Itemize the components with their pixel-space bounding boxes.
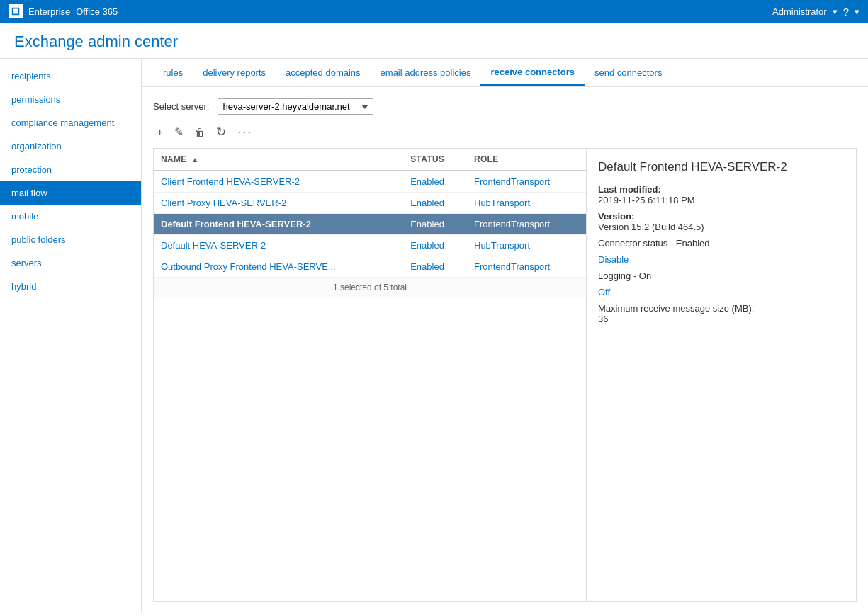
sidebar-item-permissions[interactable]: permissions — [0, 88, 141, 111]
detail-disable-link[interactable]: Disable — [598, 254, 629, 265]
refresh-button[interactable]: ↻ — [213, 123, 230, 141]
cell-role: FrontendTransport — [467, 214, 586, 235]
topbar-app-name2: Office 365 — [76, 6, 118, 17]
detail-version-label: Version: — [598, 211, 634, 222]
detail-title: Default Frontend HEVA-SERVER-2 — [598, 160, 845, 174]
server-select-label: Select server: — [153, 101, 209, 112]
topbar-help[interactable]: ? — [843, 6, 849, 18]
cell-role: HubTransport — [467, 193, 586, 214]
col-name-label: NAME — [161, 154, 187, 164]
table-header: NAME ▲ STATUS ROLE — [154, 149, 586, 171]
svg-rect-1 — [13, 9, 18, 14]
col-status-label: STATUS — [410, 154, 444, 164]
cell-name: Client Proxy HEVA-SERVER-2 — [154, 193, 403, 214]
detail-max-size-label: Maximum receive message size (MB): — [598, 303, 754, 314]
col-role-label: ROLE — [474, 154, 499, 164]
subnav-item-accepted-domains[interactable]: accepted domains — [276, 60, 371, 85]
layout: recipientspermissionscompliance manageme… — [0, 59, 868, 613]
detail-logging-label: Logging - On — [598, 270, 651, 281]
sidebar-item-mobile[interactable]: mobile — [0, 205, 141, 228]
topbar-left: Enterprise Office 365 — [9, 4, 118, 18]
page-header: Exchange admin center — [0, 23, 868, 59]
sidebar: recipientspermissionscompliance manageme… — [0, 59, 142, 613]
detail-logging: Logging - On — [598, 270, 845, 281]
cell-name: Outbound Proxy Frontend HEVA-SERVE... — [154, 256, 403, 278]
table-row[interactable]: Default Frontend HEVA-SERVER-2EnabledFro… — [154, 214, 586, 235]
cell-name: Client Frontend HEVA-SERVER-2 — [154, 171, 403, 193]
sort-arrow-name: ▲ — [191, 156, 198, 164]
cell-name: Default Frontend HEVA-SERVER-2 — [154, 214, 403, 235]
cell-status: Enabled — [403, 193, 467, 214]
connector-name-link[interactable]: Client Proxy HEVA-SERVER-2 — [161, 198, 286, 208]
table-detail-container: NAME ▲ STATUS ROLE — [153, 148, 857, 602]
sidebar-item-recipients[interactable]: recipients — [0, 64, 141, 88]
detail-off-link[interactable]: Off — [598, 287, 610, 297]
detail-max-size-value: 36 — [598, 314, 608, 324]
connectors-table: NAME ▲ STATUS ROLE — [154, 149, 586, 278]
topbar-user[interactable]: Administrator — [772, 6, 827, 17]
detail-last-modified-value: 2019-11-25 6:11:18 PM — [598, 195, 695, 205]
detail-pane: Default Frontend HEVA-SERVER-2 Last modi… — [587, 149, 856, 601]
detail-off-row: Off — [598, 287, 845, 297]
table-header-row: NAME ▲ STATUS ROLE — [154, 149, 586, 171]
sidebar-item-protection[interactable]: protection — [0, 158, 141, 181]
table-footer-text: 1 selected of 5 total — [333, 283, 407, 292]
topbar-help-caret[interactable]: ▾ — [855, 6, 859, 17]
detail-connector-status: Connector status - Enabled — [598, 238, 845, 249]
topbar-user-caret[interactable]: ▾ — [833, 6, 838, 17]
col-role[interactable]: ROLE — [467, 149, 586, 171]
sidebar-item-servers[interactable]: servers — [0, 251, 141, 275]
topbar-right: Administrator ▾ ? ▾ — [772, 6, 859, 18]
cell-status: Enabled — [403, 171, 467, 193]
table-row[interactable]: Client Frontend HEVA-SERVER-2EnabledFron… — [154, 171, 586, 193]
connector-name-link[interactable]: Default HEVA-SERVER-2 — [161, 240, 266, 251]
detail-version: Version: Version 15.2 (Build 464.5) — [598, 211, 845, 232]
detail-connector-status-label: Connector status - Enabled — [598, 238, 710, 249]
topbar-app-name: Enterprise — [28, 6, 70, 17]
subnav-item-receive-connectors[interactable]: receive connectors — [480, 59, 585, 86]
subnav-item-email-address-policies[interactable]: email address policies — [371, 60, 481, 85]
detail-disable-row: Disable — [598, 254, 845, 265]
subnav-item-rules[interactable]: rules — [153, 60, 193, 85]
sidebar-item-public-folders[interactable]: public folders — [0, 228, 141, 251]
cell-role: FrontendTransport — [467, 256, 586, 278]
detail-max-size: Maximum receive message size (MB): 36 — [598, 303, 845, 324]
delete-button[interactable]: 🗑 — [191, 125, 208, 139]
cell-role: HubTransport — [467, 235, 586, 256]
sidebar-item-mail-flow[interactable]: mail flow — [0, 181, 141, 205]
toolbar: + ✎ 🗑 ↻ ··· — [153, 123, 857, 141]
detail-last-modified-label: Last modified: — [598, 184, 661, 195]
sidebar-item-compliance-management[interactable]: compliance management — [0, 111, 141, 135]
office-logo — [9, 4, 23, 18]
page-title: Exchange admin center — [14, 33, 854, 51]
table-row[interactable]: Client Proxy HEVA-SERVER-2EnabledHubTran… — [154, 193, 586, 214]
subnav-item-delivery-reports[interactable]: delivery reports — [193, 60, 276, 85]
cell-status: Enabled — [403, 256, 467, 278]
table-pane: NAME ▲ STATUS ROLE — [154, 149, 587, 601]
sidebar-item-organization[interactable]: organization — [0, 135, 141, 158]
server-select-row: Select server: heva-server-2.heyvaldemar… — [153, 98, 857, 115]
content-area: Select server: heva-server-2.heyvaldemar… — [142, 87, 868, 613]
more-button[interactable]: ··· — [234, 123, 256, 141]
cell-name: Default HEVA-SERVER-2 — [154, 235, 403, 256]
detail-last-modified: Last modified: 2019-11-25 6:11:18 PM — [598, 184, 845, 205]
connector-name-link[interactable]: Outbound Proxy Frontend HEVA-SERVE... — [161, 261, 336, 272]
sidebar-item-hybrid[interactable]: hybrid — [0, 275, 141, 298]
col-status[interactable]: STATUS — [403, 149, 467, 171]
detail-version-value: Version 15.2 (Build 464.5) — [598, 222, 704, 232]
edit-button[interactable]: ✎ — [171, 124, 187, 140]
main-content: rulesdelivery reportsaccepted domainsema… — [142, 59, 868, 613]
table-row[interactable]: Default HEVA-SERVER-2EnabledHubTransport — [154, 235, 586, 256]
cell-status: Enabled — [403, 214, 467, 235]
table-body: Client Frontend HEVA-SERVER-2EnabledFron… — [154, 171, 586, 278]
col-name[interactable]: NAME ▲ — [154, 149, 403, 171]
cell-status: Enabled — [403, 235, 467, 256]
server-select[interactable]: heva-server-2.heyvaldemar.net — [218, 98, 373, 115]
topbar: Enterprise Office 365 Administrator ▾ ? … — [0, 0, 868, 23]
add-button[interactable]: + — [153, 125, 167, 140]
table-row[interactable]: Outbound Proxy Frontend HEVA-SERVE...Ena… — [154, 256, 586, 278]
table-footer: 1 selected of 5 total — [154, 278, 586, 297]
connector-name-link[interactable]: Client Frontend HEVA-SERVER-2 — [161, 176, 300, 187]
subnav-item-send-connectors[interactable]: send connectors — [585, 60, 672, 85]
cell-role: FrontendTransport — [467, 171, 586, 193]
